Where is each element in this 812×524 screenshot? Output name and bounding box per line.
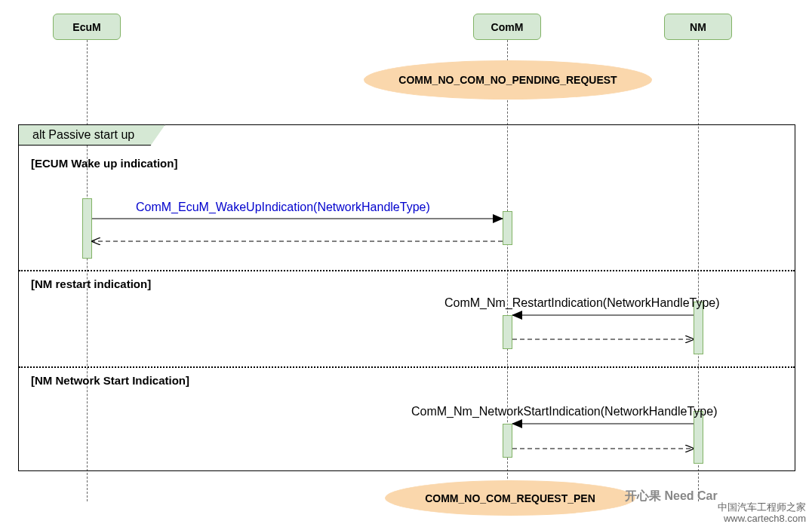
lifeline-nm: NM <box>664 14 732 40</box>
guard-nm-network-start: [NM Network Start Indication] <box>31 374 189 387</box>
guard-ecum-wakeup: [ECUM Wake up indication] <box>31 157 177 170</box>
divider-2 <box>19 366 795 368</box>
divider-1 <box>19 270 795 271</box>
activation-comm-1 <box>503 211 512 245</box>
watermark-url: www.cartech8.com <box>724 513 806 524</box>
msg-restart: ComM_Nm_RestartIndication(NetworkHandleT… <box>444 296 720 310</box>
state-bottom-label: COMM_NO_COM_REQUEST_PEN <box>425 492 595 504</box>
state-bottom: COMM_NO_COM_REQUEST_PEN <box>385 480 635 516</box>
msg-wakeup: ComM_EcuM_WakeUpIndication(NetworkHandle… <box>136 201 430 214</box>
msg-networkstart: ComM_Nm_NetworkStartIndication(NetworkHa… <box>411 405 717 418</box>
lifeline-comm: ComM <box>473 14 541 40</box>
guard-nm-restart: [NM restart indication] <box>31 277 151 290</box>
activation-nm-3 <box>694 411 703 464</box>
state-top: COMM_NO_COM_NO_PENDING_REQUEST <box>364 60 652 100</box>
activation-comm-2 <box>503 315 512 349</box>
alt-frame-label: alt Passive start up <box>18 124 165 146</box>
lifeline-ecum: EcuM <box>53 14 121 40</box>
watermark-brand: 开心果 Need Car <box>625 489 718 504</box>
activation-comm-3 <box>503 424 512 458</box>
activation-ecum-1 <box>82 198 92 259</box>
state-top-label: COMM_NO_COM_NO_PENDING_REQUEST <box>398 74 617 86</box>
